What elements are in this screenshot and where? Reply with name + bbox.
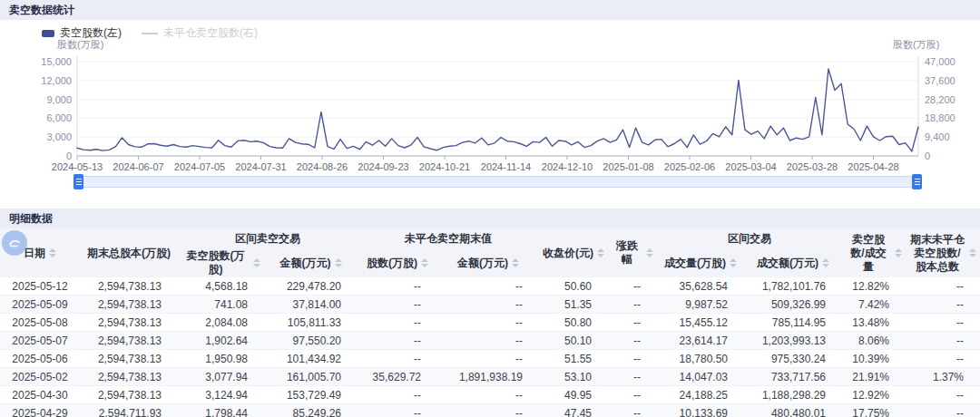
table-cell: 2,594,738.13 [80, 277, 178, 296]
table-cell: 1.37% [906, 368, 980, 386]
table-cell: 2025-05-09 [0, 296, 80, 314]
table-col-header-1: 期末总股本(万股) [80, 228, 178, 277]
table-cell: 14,047.03 [657, 368, 744, 386]
table-cell: -- [437, 277, 539, 296]
legend-item-short-shares[interactable]: 卖空股数(左) [42, 25, 122, 41]
sort-icon[interactable] [730, 258, 737, 267]
table-section-title: 明细数据 [9, 211, 53, 227]
svg-text:18,800: 18,800 [925, 112, 956, 123]
svg-text:2024-11-14: 2024-11-14 [481, 161, 531, 172]
table-cell: 785,114.95 [744, 314, 842, 332]
table-cell: -- [437, 350, 539, 368]
table-col-header-9[interactable]: 成交额(万元) [744, 248, 842, 277]
svg-text:15,000: 15,000 [41, 56, 72, 67]
svg-text:12,000: 12,000 [41, 75, 72, 86]
detail-table: 日期期末总股本(万股)区间卖空交易未平仓卖空期末值收盘价(元)涨跌幅区间交易卖空… [0, 228, 980, 417]
table-cell: 9,987.52 [657, 296, 744, 314]
table-col-header-6[interactable]: 收盘价(元) [539, 228, 608, 277]
table-col-header-11[interactable]: 期末未平仓卖空股数/股本总数 [906, 228, 980, 277]
table-col-header-7[interactable]: 涨跌幅 [608, 228, 657, 277]
svg-text:2024-08-26: 2024-08-26 [297, 161, 348, 172]
sort-icon[interactable] [421, 258, 428, 267]
column-label: 股数(万股) [367, 257, 417, 270]
chart-legend: 卖空股数(左) 未平仓卖空股数(右) [42, 25, 258, 41]
svg-text:28,200: 28,200 [925, 94, 956, 105]
datazoom-right-handle-icon[interactable] [912, 174, 922, 189]
table-cell: -- [608, 296, 657, 314]
sort-icon[interactable] [646, 248, 653, 257]
sort-icon[interactable] [822, 258, 829, 267]
table-cell: -- [608, 314, 657, 332]
svg-text:2024-10-21: 2024-10-21 [419, 161, 470, 172]
svg-text:2024-09-23: 2024-09-23 [358, 161, 408, 172]
table-cell: 741.08 [178, 296, 264, 314]
table-cell: 1,798.44 [178, 404, 264, 417]
table-cell: 12.92% [842, 386, 906, 404]
table-cell: 15,455.12 [657, 314, 744, 332]
svg-text:2025-04-28: 2025-04-28 [848, 161, 898, 172]
table-cell: -- [608, 386, 657, 404]
chart-section-title: 卖空数据统计 [9, 3, 74, 18]
table-cell: 975,330.24 [744, 350, 842, 368]
table-col-header-10[interactable]: 卖空股数/成交量 [842, 228, 906, 277]
sort-icon[interactable] [253, 258, 260, 267]
table-group-header-0: 区间卖空交易 [178, 228, 358, 248]
table-cell: -- [437, 296, 539, 314]
svg-text:2024-06-07: 2024-06-07 [113, 161, 163, 172]
table-cell: 7.42% [842, 296, 906, 314]
detail-table-header: 日期期末总股本(万股)区间卖空交易未平仓卖空期末值收盘价(元)涨跌幅区间交易卖空… [0, 228, 980, 277]
detail-table-body: 2025-05-122,594,738.134,568.18229,478.20… [0, 277, 980, 417]
sort-icon[interactable] [512, 258, 519, 267]
table-cell: 2,084.08 [178, 314, 264, 332]
table-col-header-2[interactable]: 卖空股数(万股) [178, 248, 264, 277]
chart-datazoom-slider[interactable] [77, 176, 918, 188]
chart-section: 卖空股数(左) 未平仓卖空股数(右) 15,00047,00012,00037,… [0, 20, 980, 208]
svg-text:2025-03-28: 2025-03-28 [787, 161, 838, 172]
table-cell: 2,594,738.13 [80, 296, 178, 314]
sort-icon[interactable] [597, 248, 604, 257]
table-col-header-5[interactable]: 金额(万元) [437, 248, 539, 277]
column-label: 成交额(万元) [757, 257, 818, 270]
table-cell: 10.39% [842, 350, 906, 368]
column-label: 卖空股数(万股) [181, 249, 250, 276]
table-cell: 2025-05-12 [0, 277, 80, 296]
table-cell: 2,594,738.13 [80, 332, 178, 350]
table-cell: 2025-04-29 [0, 404, 80, 417]
table-cell: -- [906, 404, 980, 417]
table-cell: 50.10 [539, 332, 608, 350]
table-row: 2025-04-302,594,738.133,124.94153,729.49… [0, 386, 980, 404]
svg-text:47,000: 47,000 [925, 56, 956, 67]
table-group-header-1: 未平仓卖空期末值 [358, 228, 539, 248]
column-label: 金额(万元) [457, 257, 508, 270]
table-cell: 1,188,298.29 [744, 386, 842, 404]
datazoom-left-handle-icon[interactable] [74, 174, 83, 189]
floating-widget-button[interactable] [2, 230, 27, 256]
sort-icon[interactable] [895, 248, 902, 257]
sort-icon[interactable] [335, 258, 342, 267]
table-cell: 733,717.56 [744, 368, 842, 386]
legend-line-icon [142, 33, 158, 34]
table-cell: 13.48% [842, 314, 906, 332]
table-col-header-8[interactable]: 成交量(万股) [657, 248, 744, 277]
legend-item-open-short-shares[interactable]: 未平仓卖空股数(右) [142, 25, 258, 41]
table-cell: 509,326.99 [744, 296, 842, 314]
table-cell: -- [358, 332, 437, 350]
table-cell: 480,480.01 [744, 404, 842, 417]
table-col-header-3[interactable]: 金额(万元) [264, 248, 358, 277]
table-cell: 161,005.70 [264, 368, 358, 386]
table-cell: 35,628.54 [657, 277, 744, 296]
table-cell: -- [906, 332, 980, 350]
column-label: 成交量(万股) [664, 257, 726, 270]
table-col-header-4[interactable]: 股数(万股) [358, 248, 437, 277]
table-cell: 50.80 [539, 314, 608, 332]
column-label: 期末总股本(万股) [87, 247, 171, 260]
table-cell: 1,782,101.76 [744, 277, 842, 296]
sort-icon[interactable] [49, 248, 56, 257]
table-cell: 3,077.94 [178, 368, 264, 386]
table-cell: -- [906, 314, 980, 332]
table-cell: 51.55 [539, 350, 608, 368]
table-row: 2025-05-062,594,738.131,950.98101,434.92… [0, 350, 980, 368]
svg-text:股数(万股): 股数(万股) [893, 39, 939, 50]
chat-widget-icon [7, 236, 22, 250]
sort-icon[interactable] [969, 248, 976, 257]
